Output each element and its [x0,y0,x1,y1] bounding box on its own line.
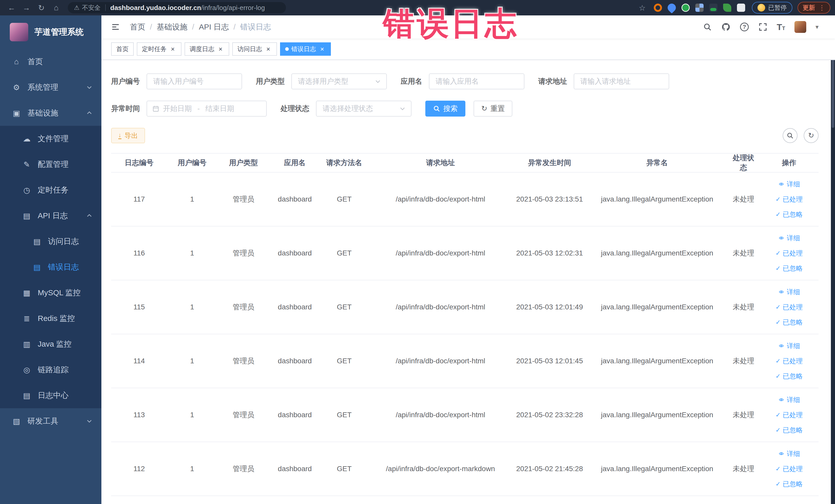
fullscreen-icon[interactable] [758,22,768,32]
back-icon[interactable]: ← [6,3,18,12]
breadcrumb-item[interactable]: 错误日志 [240,22,271,32]
cell-app-name: dashboard [270,409,320,420]
sidebar-item[interactable]: ◎ 链路追踪 [0,357,101,383]
cell-log-id: 112 [111,463,167,474]
tab-close-icon[interactable]: × [319,45,326,53]
sidebar-item[interactable]: ◷ 定时任务 [0,177,101,203]
forward-icon[interactable]: → [21,3,32,12]
tab[interactable]: 访问日志 × [232,42,277,56]
process-status-select[interactable]: 请选择处理状态 [316,101,411,117]
sidebar-item[interactable]: ⌂ 首页 [0,49,101,75]
hamburger-icon[interactable] [110,23,121,31]
cell-user-type: 管理员 [217,194,270,205]
mark-processed-link[interactable]: ✓ 已处理 [775,194,803,204]
search-button[interactable]: 搜索 [425,101,465,117]
sidebar-item[interactable]: ▥ Java 监控 [0,331,101,357]
tab[interactable]: 定时任务 × [137,42,182,56]
mark-ignored-link[interactable]: ✓ 已忽略 [775,479,803,489]
browser-toolbar: ← → ↻ ⌂ ⚠ 不安全 dashboard.yudao.iocoder.cn… [0,0,835,15]
detail-link[interactable]: 详细 [778,395,800,405]
extensions-puzzle-icon[interactable] [737,4,745,12]
sidebar-item[interactable]: ▤ 访问日志 [0,228,101,254]
breadcrumb-item[interactable]: 基础设施 [157,22,199,32]
bookmark-star-icon[interactable]: ☆ [636,3,648,12]
help-icon[interactable]: ? [740,22,749,32]
tab-close-icon[interactable]: × [217,45,224,53]
mark-ignored-link[interactable]: ✓ 已忽略 [775,425,803,435]
sidebar-item[interactable]: ▤ 日志中心 [0,383,101,408]
mark-processed-link[interactable]: ✓ 已处理 [775,464,803,474]
detail-link[interactable]: 详细 [778,449,800,459]
search-icon [787,132,794,139]
detail-link[interactable]: 详细 [778,341,800,351]
cell-app-name: dashboard [270,463,320,474]
sidebar-item[interactable]: ▤ 错误日志 [0,254,101,280]
ignored-label: 已忽略 [782,209,803,220]
extension-icon[interactable] [666,2,677,13]
sidebar-item[interactable]: ▤ API 日志 [0,203,101,228]
reset-button[interactable]: ↻ 重置 [474,101,512,117]
tab[interactable]: 错误日志 × [280,42,331,56]
tab[interactable]: 调度日志 × [185,42,229,56]
breadcrumb-item[interactable]: API 日志 [199,22,240,32]
update-label: 更新 [803,4,815,12]
ignored-label: 已忽略 [782,263,803,274]
mark-processed-link[interactable]: ✓ 已处理 [775,410,803,420]
reset-label: 重置 [490,104,505,114]
sidebar-item[interactable]: ⚙ 系统管理 [0,75,101,100]
search-icon[interactable] [703,22,712,32]
extension-icon[interactable] [723,4,731,12]
cell-user-id: 1 [167,409,217,420]
detail-link[interactable]: 详细 [778,287,800,297]
sidebar-logo[interactable]: 芋道管理系统 [0,15,101,49]
extension-icon[interactable] [654,4,662,12]
layers-icon: ≣ [22,314,32,323]
avatar-dropdown-icon[interactable]: ▾ [815,23,819,31]
date-range-picker[interactable]: 开始日期 - 结束日期 [147,101,267,117]
user-avatar[interactable] [794,21,806,33]
sidebar-item-label: MySQL 监控 [38,287,81,298]
detail-link[interactable]: 详细 [778,233,800,243]
sidebar-item[interactable]: ☁ 文件管理 [0,126,101,152]
reload-icon[interactable]: ↻ [36,3,47,12]
toggle-search-button[interactable] [782,128,797,143]
request-url-input[interactable] [574,74,669,89]
browser-menu-icon[interactable]: ⋮ [819,4,825,12]
breadcrumb-item[interactable]: 首页 [130,22,157,32]
cell-request-url: /api/infra/db-doc/export-html [369,248,512,259]
tab-close-icon[interactable]: × [265,45,272,53]
filter-app-name: 应用名 [401,74,524,89]
extension-icon[interactable] [695,4,704,12]
address-bar[interactable]: ⚠ 不安全 dashboard.yudao.iocoder.cn /infra/… [68,2,286,13]
font-size-icon[interactable]: TT [777,22,785,32]
extension-icon[interactable] [709,4,717,12]
sidebar-item[interactable]: ▦ MySQL 监控 [0,280,101,305]
refresh-table-button[interactable]: ↻ [804,128,819,143]
app-name-input[interactable] [429,74,524,89]
browser-update-button[interactable]: 更新 ⋮ [797,2,830,14]
sidebar-item[interactable]: ▧ 研发工具 [0,408,101,434]
user-id-input[interactable] [147,74,242,89]
mark-ignored-link[interactable]: ✓ 已忽略 [775,263,803,274]
sidebar-item[interactable]: ▣ 基础设施 [0,100,101,126]
home-icon[interactable]: ⌂ [50,3,62,12]
extension-icon[interactable] [681,4,690,12]
tab-close-icon[interactable]: × [169,45,176,53]
github-icon[interactable] [721,22,731,32]
page-scrollbar[interactable] [831,15,835,504]
export-label: 导出 [124,131,138,140]
mark-ignored-link[interactable]: ✓ 已忽略 [775,317,803,327]
export-button[interactable]: ↓ 导出 [111,128,145,143]
detail-link[interactable]: 详细 [778,179,800,189]
check-icon: ✓ [775,466,780,472]
mark-processed-link[interactable]: ✓ 已处理 [775,356,803,366]
sidebar-item[interactable]: ✎ 配置管理 [0,152,101,177]
tab[interactable]: 首页 × [111,42,134,56]
profile-paused-badge[interactable]: 已暂停 [752,2,792,14]
mark-processed-link[interactable]: ✓ 已处理 [775,302,803,312]
user-type-select[interactable]: 请选择用户类型 [291,74,387,89]
mark-ignored-link[interactable]: ✓ 已忽略 [775,371,803,381]
sidebar-item[interactable]: ≣ Redis 监控 [0,305,101,331]
mark-processed-link[interactable]: ✓ 已处理 [775,248,803,258]
mark-ignored-link[interactable]: ✓ 已忽略 [775,209,803,220]
